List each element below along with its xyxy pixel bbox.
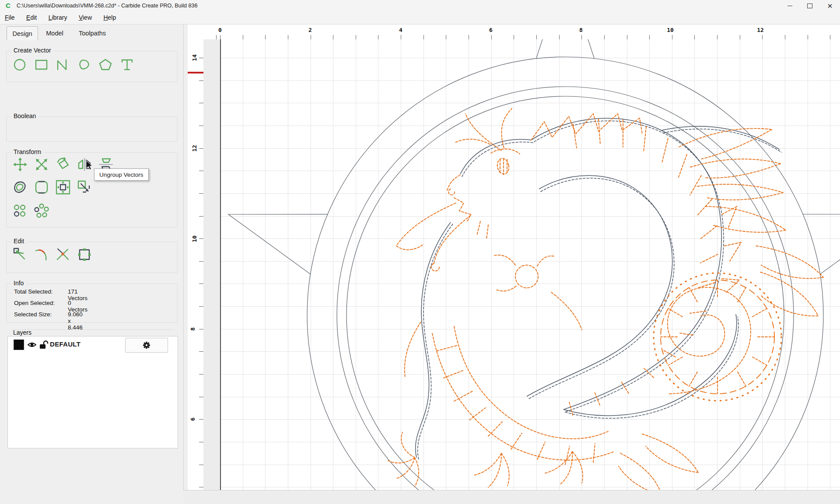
maximize-button[interactable] <box>800 0 820 12</box>
tooltip: Ungroup Vectors <box>94 168 149 181</box>
info-label: Info <box>11 280 26 287</box>
vertical-ruler: 14 12 10 8 6 <box>188 39 204 490</box>
layers-label: Layers <box>11 329 34 336</box>
horizontal-ruler: 0 2 4 6 8 10 12 <box>203 24 840 40</box>
background-star-outline <box>228 39 840 490</box>
create-vector-label: Create Vector <box>11 47 53 54</box>
join-vectors-icon[interactable] <box>55 246 71 263</box>
tab-design[interactable]: Design <box>7 26 38 40</box>
ruler-y-14: 14 <box>191 54 198 61</box>
boolean-section: Boolean <box>6 116 178 142</box>
app-logo-icon: C <box>6 2 10 9</box>
info-open-selected: Open Selected: 0 Vectors <box>14 300 55 306</box>
rectangle-tool-icon[interactable] <box>33 56 50 73</box>
minimize-icon <box>788 6 792 6</box>
fillet-vectors-icon[interactable] <box>33 179 50 196</box>
menu-edit[interactable]: Edit <box>21 12 42 21</box>
menu-bar: File Edit Library View Help <box>0 12 840 24</box>
transform-label: Transform <box>11 148 43 155</box>
status-bar <box>183 490 840 504</box>
curve-tool-icon[interactable] <box>76 56 93 73</box>
text-tool-icon[interactable] <box>119 56 136 73</box>
resize-icon[interactable] <box>76 246 93 263</box>
boolean-label: Boolean <box>11 112 38 119</box>
dragon-selected-vectors[interactable] <box>388 108 823 490</box>
ruler-x-6: 6 <box>489 27 493 33</box>
move-icon[interactable] <box>12 156 28 173</box>
edit-label: Edit <box>11 238 26 245</box>
edit-section: Edit <box>6 242 178 273</box>
app-window: C C:\Users\willa\Downloads\VMM-268.c2d* … <box>0 0 840 504</box>
ruler-x-10: 10 <box>667 27 674 33</box>
menu-help[interactable]: Help <box>98 12 121 21</box>
info-selected-size: Selected Size: 9.060 x 8.446 <box>14 311 52 318</box>
ruler-corner <box>188 24 204 40</box>
ruler-y-8: 8 <box>189 327 196 331</box>
layer-settings-button[interactable] <box>125 338 168 353</box>
polygon-tool-icon[interactable] <box>98 56 114 73</box>
group-vectors-icon[interactable] <box>55 179 71 196</box>
ruler-y-12: 12 <box>191 145 198 152</box>
mouse-cursor-icon <box>86 160 94 171</box>
layer-name: DEFAULT <box>50 340 80 348</box>
polyline-tool-icon[interactable] <box>55 56 71 73</box>
ruler-y-6: 6 <box>189 417 196 421</box>
title-bar: C C:\Users\willa\Downloads\VMM-268.c2d* … <box>0 0 840 12</box>
ruler-x-0: 0 <box>218 27 222 33</box>
ruler-cursor-indicator <box>188 72 203 74</box>
rotate-icon[interactable] <box>55 156 71 173</box>
background-circles <box>307 57 823 490</box>
ungroup-vectors-icon[interactable] <box>76 179 93 196</box>
layers-divider <box>11 329 173 330</box>
ruler-y-10: 10 <box>191 235 198 242</box>
offset-vectors-icon[interactable] <box>12 179 28 196</box>
create-vector-section: Create Vector <box>6 51 178 82</box>
tab-model[interactable]: Model <box>38 26 71 40</box>
layer-row[interactable]: DEFAULT <box>8 336 178 352</box>
edit-nodes-icon[interactable] <box>12 246 28 263</box>
layer-color-swatch[interactable] <box>14 340 24 350</box>
ruler-x-2: 2 <box>308 27 312 33</box>
unlocked-padlock-icon[interactable] <box>39 340 49 349</box>
window-title: C:\Users\willa\Downloads\VMM-268.c2d* - … <box>17 3 197 9</box>
maximize-icon <box>807 4 812 8</box>
visibility-eye-icon[interactable] <box>27 341 37 349</box>
gear-icon <box>142 341 151 350</box>
scale-icon[interactable] <box>33 156 50 173</box>
minimize-button[interactable] <box>780 0 800 12</box>
info-total-selected: Total Selected: 171 Vectors <box>14 288 53 295</box>
close-button[interactable]: ✕ <box>820 0 840 12</box>
trim-vectors-icon[interactable] <box>33 246 50 263</box>
ruler-x-12: 12 <box>757 27 764 33</box>
info-selected-size-value: 9.060 x 8.446 <box>68 311 83 331</box>
align-vectors-icon[interactable] <box>12 203 28 219</box>
circle-tool-icon[interactable] <box>12 56 28 73</box>
design-canvas[interactable] <box>203 39 840 490</box>
design-panel: Design Model Toolpaths Create Vector Boo… <box>0 24 184 504</box>
dragon-outline-vectors[interactable] <box>416 118 780 458</box>
nest-vectors-icon[interactable] <box>33 203 50 219</box>
menu-view[interactable]: View <box>74 12 97 21</box>
close-icon: ✕ <box>827 3 833 9</box>
menu-library[interactable]: Library <box>44 12 72 21</box>
ruler-x-4: 4 <box>399 27 402 33</box>
tab-toolpaths[interactable]: Toolpaths <box>71 26 113 40</box>
layers-list[interactable]: DEFAULT <box>7 336 178 448</box>
menu-file[interactable]: File <box>0 12 20 21</box>
info-section: Info Total Selected: 171 Vectors Open Se… <box>6 284 178 323</box>
ruler-x-8: 8 <box>579 27 583 33</box>
canvas-artwork[interactable] <box>203 39 840 490</box>
